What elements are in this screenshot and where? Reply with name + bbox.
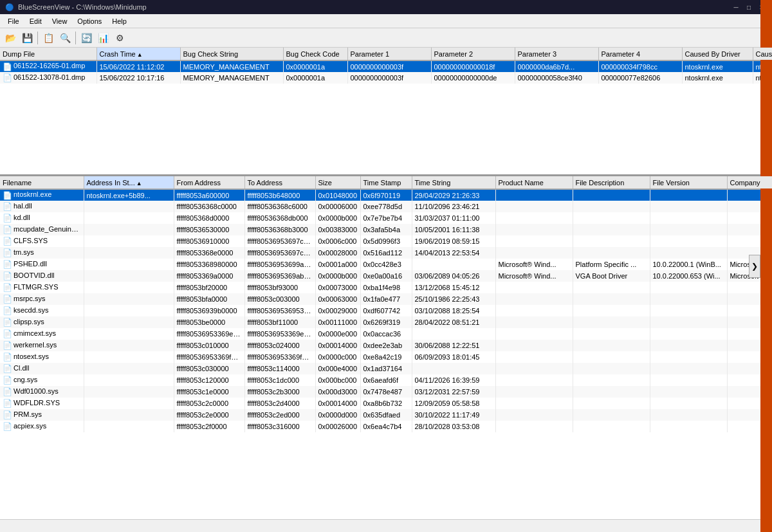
driver-row[interactable]: 📄PSHED.dllfffff8053368980000fffff8053695… bbox=[0, 259, 772, 270]
driver-row[interactable]: 📄ksecdd.sysfffff80536939b0000fffff805369… bbox=[0, 305, 772, 316]
col-time-string[interactable]: Time String bbox=[412, 176, 495, 189]
driver-icon: 📄 bbox=[3, 399, 12, 408]
driver-cell: 📄msrpc.sys bbox=[0, 293, 84, 305]
driver-cell: fffff80536368c0000 bbox=[174, 201, 244, 212]
driver-cell: fffff8053c2b3000 bbox=[244, 386, 315, 398]
driver-cell bbox=[650, 421, 727, 432]
driver-cell: fffff8053c114000 bbox=[244, 363, 315, 374]
driver-cell: 28/10/2028 03:53:08 bbox=[412, 421, 495, 432]
driver-row[interactable]: 📄Cl.dllfffff8053c030000fffff8053c1140000… bbox=[0, 363, 772, 374]
driver-row[interactable]: 📄kd.dllfffff805368d0000fffff80536368db00… bbox=[0, 212, 772, 224]
minimize-button[interactable]: ─ bbox=[731, 2, 741, 12]
driver-icon: 📄 bbox=[3, 283, 12, 292]
driver-row[interactable]: 📄WDFLDR.SYSfffff8053c2c0000fffff8053c2d4… bbox=[0, 398, 772, 409]
driver-row[interactable]: 📄tm.sysfffff8053368e0000fffff80536953697… bbox=[0, 247, 772, 259]
col-size[interactable]: Size bbox=[315, 176, 360, 189]
col-address-in[interactable]: Address In St...▲ bbox=[84, 176, 174, 189]
col-param3[interactable]: Parameter 3 bbox=[515, 48, 598, 60]
col-file-version[interactable]: File Version bbox=[650, 176, 727, 189]
maximize-button[interactable]: □ bbox=[744, 2, 754, 12]
col-param1[interactable]: Parameter 1 bbox=[347, 48, 431, 60]
menu-view[interactable]: View bbox=[47, 16, 73, 26]
col-dump-file[interactable]: Dump File bbox=[0, 48, 96, 60]
dump-cell: 000000000000018f bbox=[431, 60, 515, 72]
driver-cell: 30/10/2022 11:17:49 bbox=[412, 409, 495, 421]
driver-row[interactable]: 📄BOOTVID.dllfffff8053369a0000fffff805369… bbox=[0, 270, 772, 282]
driver-row[interactable]: 📄mcupdate_GenuineIntel.dllfffff805365300… bbox=[0, 224, 772, 235]
driver-cell: 0x0accac36 bbox=[360, 328, 412, 340]
driver-row[interactable]: 📄acpiex.sysfffff8053c2f0000fffff8053c316… bbox=[0, 421, 772, 432]
col-to-addr[interactable]: To Address bbox=[244, 176, 315, 189]
driver-cell: 0xdf607742 bbox=[360, 305, 412, 316]
driver-cell: 0x00014000 bbox=[315, 398, 360, 409]
driver-cell: fffff8053bfa0000 bbox=[174, 293, 244, 305]
driver-cell bbox=[84, 363, 174, 374]
driver-row[interactable]: 📄cng.sysfffff8053c120000fffff8053c1dc000… bbox=[0, 374, 772, 386]
driver-cell: fffff8053bf11000 bbox=[244, 316, 315, 328]
toolbar-separator-1 bbox=[37, 32, 38, 44]
col-from-addr[interactable]: From Address bbox=[174, 176, 244, 189]
col-bug-check-string[interactable]: Bug Check String bbox=[180, 48, 283, 60]
driver-cell: 0x7e7be7b4 bbox=[360, 212, 412, 224]
col-param2[interactable]: Parameter 2 bbox=[431, 48, 515, 60]
driver-cell bbox=[650, 340, 727, 351]
driver-row[interactable]: 📄Wdf01000.sysfffff8053c1e0000fffff8053c2… bbox=[0, 386, 772, 398]
toolbar-save[interactable]: 💾 bbox=[19, 30, 35, 46]
dump-row[interactable]: 📄061522-16265-01.dmp15/06/2022 11:12:02M… bbox=[0, 60, 772, 72]
driver-cell: fffff8053c010000 bbox=[174, 340, 244, 351]
menu-file[interactable]: File bbox=[3, 16, 24, 26]
dump-row[interactable]: 📄061522-13078-01.dmp15/06/2022 10:17:16M… bbox=[0, 72, 772, 84]
driver-cell: VGA Boot Driver bbox=[573, 270, 650, 282]
driver-cell: 📄Wdf01000.sys bbox=[0, 386, 84, 398]
driver-row[interactable]: 📄msrpc.sysfffff8053bfa0000fffff8053c0030… bbox=[0, 293, 772, 305]
col-crash-time[interactable]: Crash Time▲ bbox=[96, 48, 180, 60]
driver-cell bbox=[84, 247, 174, 259]
menu-edit[interactable]: Edit bbox=[24, 16, 47, 26]
col-caused-addr[interactable]: Caused By Address bbox=[753, 48, 772, 60]
menu-help[interactable]: Help bbox=[107, 16, 132, 26]
col-file-desc-bot[interactable]: File Description bbox=[573, 176, 650, 189]
driver-cell bbox=[573, 363, 650, 374]
driver-icon: 📄 bbox=[3, 260, 12, 269]
driver-row[interactable]: 📄ntosext.sysfffff80536953369f0000fffff80… bbox=[0, 351, 772, 363]
driver-row[interactable]: 📄werkernel.sysfffff8053c010000fffff8053c… bbox=[0, 340, 772, 351]
driver-cell: 0x01048000 bbox=[315, 189, 360, 201]
driver-cell: fffff80536939b0000 bbox=[174, 305, 244, 316]
file-icon: 📄 bbox=[3, 62, 12, 71]
driver-row[interactable]: 📄hal.dllfffff80536368c0000fffff80536368c… bbox=[0, 201, 772, 212]
toolbar-report[interactable]: 📊 bbox=[95, 30, 111, 46]
driver-cell: 14/04/2013 22:53:54 bbox=[412, 247, 495, 259]
col-bug-check-code[interactable]: Bug Check Code bbox=[283, 48, 347, 60]
driver-row[interactable]: 📄PRM.sysfffff8053c2e0000fffff8053c2ed000… bbox=[0, 409, 772, 421]
driver-cell: 0x0000e000 bbox=[315, 328, 360, 340]
driver-row[interactable]: 📄clipsp.sysfffff8053be0000fffff8053bf110… bbox=[0, 316, 772, 328]
driver-cell: 📄kd.dll bbox=[0, 212, 84, 224]
col-company[interactable]: Company bbox=[727, 176, 772, 189]
col-filename[interactable]: Filename bbox=[0, 176, 84, 189]
driver-cell: fffff80536953369ee000 bbox=[244, 328, 315, 340]
dump-files-pane[interactable]: Dump File Crash Time▲ Bug Check String B… bbox=[0, 48, 772, 176]
driver-cell bbox=[84, 293, 174, 305]
driver-cell: ntoskrnl.exe+5b89... bbox=[84, 189, 174, 201]
menu-options[interactable]: Options bbox=[72, 16, 107, 26]
col-time-stamp[interactable]: Time Stamp bbox=[360, 176, 412, 189]
driver-cell: 📄mcupdate_GenuineIntel.dll bbox=[0, 224, 84, 235]
driver-icon: 📄 bbox=[3, 329, 12, 338]
driver-row[interactable]: 📄CLFS.SYSfffff80536910000fffff8053695369… bbox=[0, 235, 772, 247]
drivers-pane[interactable]: Filename Address In St...▲ From Address … bbox=[0, 176, 772, 519]
col-product-name[interactable]: Product Name bbox=[495, 176, 573, 189]
toolbar-open[interactable]: 📂 bbox=[3, 30, 18, 46]
col-param4[interactable]: Parameter 4 bbox=[598, 48, 682, 60]
driver-row[interactable]: 📄ntoskrnl.exentoskrnl.exe+5b89...fffff80… bbox=[0, 189, 772, 201]
toolbar-copy[interactable]: 📋 bbox=[41, 30, 56, 46]
driver-cell: 25/10/1986 22:25:43 bbox=[412, 293, 495, 305]
toolbar-refresh[interactable]: 🔄 bbox=[78, 30, 94, 46]
toolbar-settings[interactable]: ⚙ bbox=[112, 30, 127, 46]
col-caused-driver[interactable]: Caused By Driver bbox=[682, 48, 753, 60]
driver-cell: 0x635dfaed bbox=[360, 409, 412, 421]
toolbar-find[interactable]: 🔍 bbox=[57, 30, 73, 46]
driver-row[interactable]: 📄FLTMGR.SYSfffff8053bf20000fffff8053bf93… bbox=[0, 282, 772, 293]
toolbar-separator-2 bbox=[75, 32, 76, 44]
driver-row[interactable]: 📄cmimcext.sysfffff80536953369e0000fffff8… bbox=[0, 328, 772, 340]
nav-arrow[interactable]: ❯ bbox=[749, 255, 760, 278]
